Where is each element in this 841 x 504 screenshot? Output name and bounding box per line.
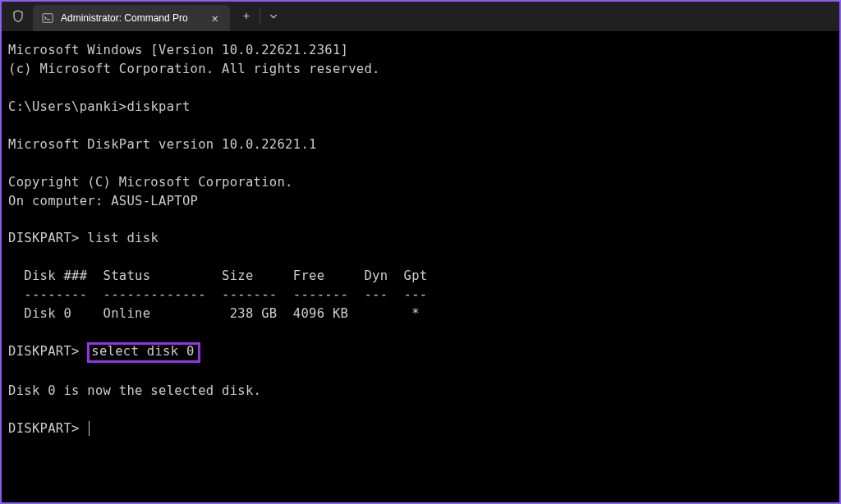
svg-rect-0 — [43, 14, 53, 23]
disk-table-header: Disk ### Status Size Free Dyn Gpt — [8, 268, 427, 283]
diskpart-computer: On computer: ASUS-LAPTOP — [8, 194, 198, 208]
diskpart-version: Microsoft DiskPart version 10.0.22621.1 — [8, 137, 317, 152]
tab-controls: + — [233, 3, 287, 30]
new-tab-button[interactable]: + — [233, 3, 260, 30]
diskpart-prompt: DISKPART> — [8, 421, 80, 436]
terminal-icon — [41, 11, 54, 25]
prompt-path: C:\Users\panki> — [8, 99, 126, 114]
disk-table-divider: -------- ------------- ------- ------- -… — [8, 287, 427, 302]
shield-icon — [11, 10, 25, 23]
tab-title: Administrator: Command Pro — [61, 12, 202, 24]
tab-dropdown-button[interactable] — [260, 3, 287, 30]
diskpart-prompt: DISKPART> — [8, 344, 80, 359]
terminal-cursor — [89, 421, 90, 436]
highlighted-command: select disk 0 — [87, 342, 200, 363]
command-list-disk: list disk — [87, 231, 159, 245]
diskpart-prompt: DISKPART> — [8, 231, 80, 245]
active-tab[interactable]: Administrator: Command Pro ✕ — [33, 5, 230, 31]
disk-table-row: Disk 0 Online 238 GB 4096 KB * — [8, 306, 420, 321]
tab-close-button[interactable]: ✕ — [209, 10, 222, 27]
terminal-output[interactable]: Microsoft Windows [Version 10.0.22621.23… — [2, 31, 839, 448]
copyright-line: (c) Microsoft Corporation. All rights re… — [8, 62, 380, 76]
command-select-disk: select disk 0 — [91, 344, 194, 359]
titlebar: Administrator: Command Pro ✕ + — [2, 2, 839, 31]
select-disk-result: Disk 0 is now the selected disk. — [8, 383, 261, 398]
diskpart-copyright: Copyright (C) Microsoft Corporation. — [8, 175, 293, 190]
command-diskpart: diskpart — [126, 99, 190, 114]
os-version-line: Microsoft Windows [Version 10.0.22621.23… — [8, 43, 348, 57]
